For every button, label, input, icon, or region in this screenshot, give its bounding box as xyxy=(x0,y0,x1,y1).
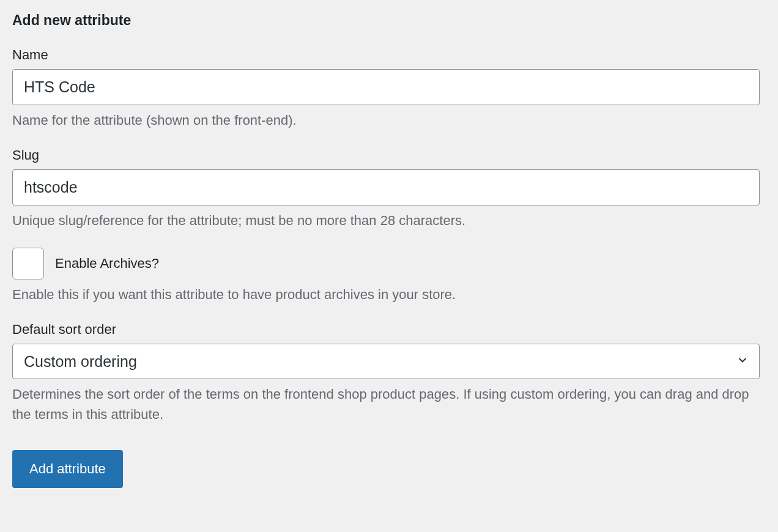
archives-field-group: Enable Archives? Enable this if you want… xyxy=(12,248,766,305)
slug-field-group: Slug Unique slug/reference for the attri… xyxy=(12,147,766,231)
slug-help-text: Unique slug/reference for the attribute;… xyxy=(12,210,766,231)
sort-order-select[interactable]: Custom ordering xyxy=(12,344,760,379)
slug-label: Slug xyxy=(12,147,766,163)
enable-archives-label: Enable Archives? xyxy=(55,256,159,272)
add-attribute-button[interactable]: Add attribute xyxy=(12,450,123,488)
name-help-text: Name for the attribute (shown on the fro… xyxy=(12,110,766,130)
name-input[interactable] xyxy=(12,69,760,105)
sort-order-field-group: Default sort order Custom ordering Deter… xyxy=(12,322,766,424)
form-title: Add new attribute xyxy=(12,12,766,29)
archives-help-text: Enable this if you want this attribute t… xyxy=(12,284,766,305)
name-label: Name xyxy=(12,47,766,63)
slug-input[interactable] xyxy=(12,169,760,205)
enable-archives-checkbox[interactable] xyxy=(12,248,44,279)
sort-order-help-text: Determines the sort order of the terms o… xyxy=(12,384,766,424)
sort-order-label: Default sort order xyxy=(12,322,766,338)
name-field-group: Name Name for the attribute (shown on th… xyxy=(12,47,766,130)
